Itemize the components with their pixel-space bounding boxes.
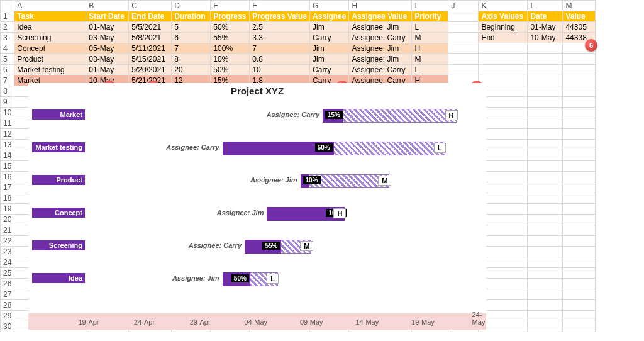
cell-H1[interactable]: Assignee Value <box>349 11 412 22</box>
select-all-corner[interactable] <box>1 1 14 11</box>
cell-F6[interactable]: 10 <box>250 65 310 75</box>
cell-H2[interactable]: Assignee: Jim <box>349 22 412 33</box>
cell-B1[interactable]: Start Date <box>86 11 129 22</box>
cell-M15[interactable] <box>563 161 596 172</box>
cell-D5[interactable]: 8 <box>172 54 211 65</box>
cell-J6[interactable] <box>448 65 479 75</box>
row-header-12[interactable]: 12 <box>1 129 14 140</box>
cell-L15[interactable] <box>528 161 563 172</box>
column-header-F[interactable]: F <box>250 1 310 11</box>
cell-I3[interactable]: M <box>412 33 448 43</box>
cell-C3[interactable]: 5/8/2021 <box>129 33 172 43</box>
cell-M24[interactable] <box>563 257 596 268</box>
cell-M6[interactable] <box>563 65 596 75</box>
cell-I1[interactable]: Priority <box>412 11 448 22</box>
column-header-E[interactable]: E <box>211 1 250 11</box>
row-header-2[interactable]: 2 <box>1 22 14 33</box>
cell-I5[interactable]: M <box>412 54 448 65</box>
cell-H5[interactable]: Assignee: Jim <box>349 54 412 65</box>
cell-L3[interactable]: 10-May <box>528 33 563 43</box>
cell-C4[interactable]: 5/11/2021 <box>129 43 172 54</box>
cell-G1[interactable]: Assignee <box>310 11 349 22</box>
cell-M2[interactable]: 44305 <box>563 22 596 33</box>
cell-L23[interactable] <box>528 247 563 257</box>
cell-L14[interactable] <box>528 150 563 161</box>
cell-D2[interactable]: 5 <box>172 22 211 33</box>
cell-L19[interactable] <box>528 204 563 215</box>
cell-I2[interactable]: L <box>412 22 448 33</box>
cell-B6[interactable]: 01-May <box>86 65 129 75</box>
cell-M13[interactable] <box>563 140 596 150</box>
row-header-26[interactable]: 26 <box>1 279 14 289</box>
cell-M22[interactable] <box>563 236 596 247</box>
gantt-chart[interactable]: Project XYZ MarketAssignee: Carry15%HMar… <box>28 83 486 330</box>
cell-L11[interactable] <box>528 118 563 129</box>
cell-C1[interactable]: End Date <box>129 11 172 22</box>
cell-A2[interactable]: Idea <box>14 22 86 33</box>
cell-L20[interactable] <box>528 215 563 225</box>
cell-B4[interactable]: 05-May <box>86 43 129 54</box>
column-header-C[interactable]: C <box>129 1 172 11</box>
cell-L17[interactable] <box>528 182 563 193</box>
cell-L9[interactable] <box>528 97 563 108</box>
cell-L29[interactable] <box>528 311 563 321</box>
column-header-B[interactable]: B <box>86 1 129 11</box>
cell-M5[interactable] <box>563 54 596 65</box>
row-header-4[interactable]: 4 <box>1 43 14 54</box>
cell-L12[interactable] <box>528 129 563 140</box>
row-header-15[interactable]: 15 <box>1 161 14 172</box>
row-header-24[interactable]: 24 <box>1 257 14 268</box>
row-header-20[interactable]: 20 <box>1 215 14 225</box>
cell-L4[interactable] <box>528 43 563 54</box>
cell-A6[interactable]: Market testing <box>14 65 86 75</box>
cell-F2[interactable]: 2.5 <box>250 22 310 33</box>
row-header-22[interactable]: 22 <box>1 236 14 247</box>
cell-H3[interactable]: Assignee: Carry <box>349 33 412 43</box>
cell-L16[interactable] <box>528 172 563 182</box>
row-header-18[interactable]: 18 <box>1 193 14 204</box>
cell-E4[interactable]: 100% <box>211 43 250 54</box>
row-header-23[interactable]: 23 <box>1 247 14 257</box>
cell-M28[interactable] <box>563 300 596 311</box>
cell-E2[interactable]: 50% <box>211 22 250 33</box>
cell-J3[interactable] <box>448 33 479 43</box>
cell-F4[interactable]: 7 <box>250 43 310 54</box>
cell-L2[interactable]: 01-May <box>528 22 563 33</box>
column-header-K[interactable]: K <box>479 1 528 11</box>
cell-I6[interactable]: L <box>412 65 448 75</box>
cell-G5[interactable]: Jim <box>310 54 349 65</box>
cell-D6[interactable]: 20 <box>172 65 211 75</box>
cell-A5[interactable]: Product <box>14 54 86 65</box>
cell-A4[interactable]: Concept <box>14 43 86 54</box>
cell-G3[interactable]: Carry <box>310 33 349 43</box>
row-header-28[interactable]: 28 <box>1 300 14 311</box>
cell-L10[interactable] <box>528 108 563 118</box>
cell-L24[interactable] <box>528 257 563 268</box>
cell-J2[interactable] <box>448 22 479 33</box>
row-header-1[interactable]: 1 <box>1 11 14 22</box>
cell-F5[interactable]: 0.8 <box>250 54 310 65</box>
row-header-14[interactable]: 14 <box>1 150 14 161</box>
row-header-7[interactable]: 7 <box>1 75 14 86</box>
column-header-G[interactable]: G <box>310 1 349 11</box>
cell-L7[interactable] <box>528 75 563 86</box>
cell-F1[interactable]: Progress Value <box>250 11 310 22</box>
cell-C6[interactable]: 5/20/2021 <box>129 65 172 75</box>
row-header-19[interactable]: 19 <box>1 204 14 215</box>
cell-L30[interactable] <box>528 321 563 332</box>
cell-L1[interactable]: Date <box>528 11 563 22</box>
cell-K6[interactable] <box>479 65 528 75</box>
cell-L26[interactable] <box>528 279 563 289</box>
cell-L6[interactable] <box>528 65 563 75</box>
cell-B3[interactable]: 03-May <box>86 33 129 43</box>
cell-M16[interactable] <box>563 172 596 182</box>
cell-L21[interactable] <box>528 225 563 236</box>
cell-E3[interactable]: 55% <box>211 33 250 43</box>
row-header-10[interactable]: 10 <box>1 108 14 118</box>
cell-E5[interactable]: 10% <box>211 54 250 65</box>
cell-K4[interactable] <box>479 43 528 54</box>
column-header-L[interactable]: L <box>528 1 563 11</box>
cell-M25[interactable] <box>563 268 596 279</box>
row-header-13[interactable]: 13 <box>1 140 14 150</box>
cell-K5[interactable] <box>479 54 528 65</box>
